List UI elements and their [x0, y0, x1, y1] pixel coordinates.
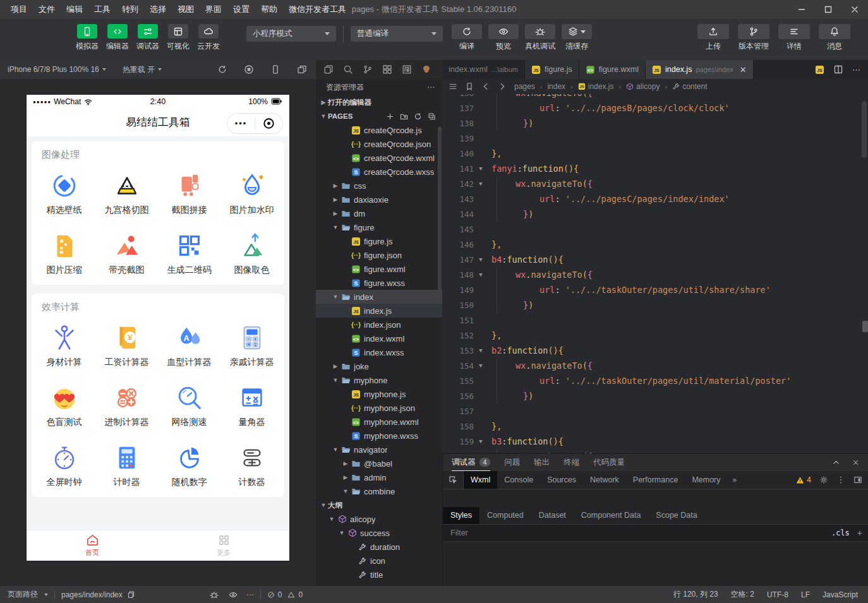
action-详情[interactable]: 详情	[778, 24, 810, 52]
devtools-tab-Console[interactable]: Console	[497, 471, 540, 489]
inspect-element-icon[interactable]	[443, 471, 464, 489]
tool-blood-calc[interactable]: A血型计算器	[158, 323, 220, 368]
breadcrumb-alicopy[interactable]: alicopy	[626, 82, 660, 91]
outline-section[interactable]: ▼ 大纲	[316, 498, 442, 512]
outline-toggle-icon[interactable]	[449, 82, 457, 91]
cls-button[interactable]: .cls	[831, 528, 850, 537]
menu-item-6[interactable]: 视图	[172, 0, 200, 19]
toggle-可视化[interactable]: 可视化	[163, 24, 193, 52]
tab-首页[interactable]: 首页	[27, 530, 158, 561]
language-mode[interactable]: JavaScript	[823, 589, 858, 600]
menu-item-10[interactable]: 微信开发者工具	[283, 0, 352, 19]
problems-indicator[interactable]: 0 0	[267, 590, 303, 599]
record-button[interactable]	[244, 64, 254, 75]
tree-item-createQrcode.wxss[interactable]: ScreateQrcode.wxss	[316, 165, 442, 179]
action-编译[interactable]: 编译	[452, 24, 482, 52]
activity-source-control[interactable]	[363, 64, 373, 75]
tree-item-figure.wxss[interactable]: Sfigure.wxss	[316, 276, 442, 290]
toggle-调试器[interactable]: 调试器	[133, 24, 163, 52]
toggle-云开发[interactable]: 云开发	[193, 24, 224, 52]
warning-count[interactable]: 4	[796, 475, 811, 484]
tool-relative-calc[interactable]: 亲戚计算器	[220, 323, 283, 368]
tool-framed-shot[interactable]: 带壳截图	[95, 231, 158, 276]
styles-tab-Computed[interactable]: Computed	[479, 507, 531, 524]
tree-item-css[interactable]: ▶css	[316, 179, 442, 193]
tree-item-myphone.wxss[interactable]: Smyphone.wxss	[316, 429, 442, 443]
code-editor[interactable]: 136wx.navigateTo({137url: '../../pagesB/…	[442, 94, 868, 453]
breadcrumb-content[interactable]: content	[672, 82, 707, 91]
add-style-button[interactable]: +	[857, 528, 862, 538]
action-上传[interactable]: 上传	[697, 24, 729, 52]
new-folder-button[interactable]	[400, 112, 408, 121]
new-file-button[interactable]	[386, 112, 394, 121]
activity-npm[interactable]	[402, 64, 412, 75]
tree-item-admin[interactable]: ▶admin	[316, 470, 442, 484]
devtools-tab-Network[interactable]: Network	[583, 471, 626, 489]
devtools-menu-icon[interactable]	[836, 475, 845, 484]
more-icon[interactable]: ⋯	[427, 83, 435, 92]
collapse-folders-button[interactable]	[428, 112, 436, 121]
outline-item-title[interactable]: title	[316, 568, 442, 582]
activity-files[interactable]	[323, 64, 334, 75]
more-icon[interactable]: ⋯	[852, 65, 860, 75]
fold-chevron-icon[interactable]: ▼	[474, 362, 488, 369]
toggle-编辑器[interactable]: 编辑器	[102, 24, 133, 52]
detach-window-button[interactable]	[297, 64, 307, 75]
action-预览[interactable]: 预览	[488, 24, 519, 52]
breadcrumb-index[interactable]: index	[547, 82, 565, 91]
styles-tab-Dataset[interactable]: Dataset	[531, 507, 574, 524]
menu-item-2[interactable]: 编辑	[61, 0, 88, 19]
tree-item-createQrcode.json[interactable]: {··}createQrcode.json	[316, 137, 442, 151]
page-path-select[interactable]: 页面路径	[8, 589, 48, 600]
tree-item-index[interactable]: ▼index	[316, 290, 442, 304]
editor-scrollbar[interactable]	[862, 101, 867, 158]
pages-section[interactable]: ▼ PAGES	[316, 109, 442, 123]
capsule-more-button[interactable]: •••	[227, 119, 255, 128]
menu-item-1[interactable]: 文件	[33, 0, 61, 19]
devtools-tab-Sources[interactable]: Sources	[540, 471, 583, 489]
nav-forward-button[interactable]	[498, 82, 507, 91]
tree-item-myphone.js[interactable]: JSmyphone.js	[316, 387, 442, 401]
mode-select[interactable]: 小程序模式	[246, 26, 336, 42]
tree-item-createQrcode.js[interactable]: JScreateQrcode.js	[316, 123, 442, 137]
explorer-scrollbar[interactable]	[438, 126, 442, 297]
tool-grid-cut[interactable]: 九宫格切图	[95, 171, 158, 216]
devtools-tab-Memory[interactable]: Memory	[685, 471, 727, 489]
menu-item-5[interactable]: 选择	[144, 0, 172, 19]
tree-item-daxiaoxie[interactable]: ▶daxiaoxie	[316, 193, 442, 206]
tree-item-myphone[interactable]: ▼myphone	[316, 373, 442, 387]
tree-item-navigator[interactable]: ▼navigator	[316, 443, 442, 457]
js-indicator-icon[interactable]: JS	[815, 65, 824, 75]
fold-chevron-icon[interactable]: ▼	[474, 438, 488, 445]
styles-tab-Component-Data[interactable]: Component Data	[574, 507, 649, 524]
breadcrumb-index.js[interactable]: JSindex.js	[578, 82, 614, 91]
action-消息[interactable]: 消息	[819, 24, 850, 52]
more-tabs-icon[interactable]: »	[728, 475, 742, 484]
tree-item-myphone.json[interactable]: {··}myphone.json	[316, 401, 442, 415]
device-select[interactable]: iPhone 6/7/8 Plus 100% 16	[8, 65, 106, 74]
menu-item-3[interactable]: 工具	[88, 0, 116, 19]
indentation[interactable]: 空格: 2	[731, 589, 754, 600]
tool-compress[interactable]: 图片压缩	[33, 231, 95, 276]
tool-base-calc[interactable]: 进制计算器	[95, 383, 158, 428]
filter-input[interactable]	[449, 528, 755, 538]
styles-tab-Styles[interactable]: Styles	[443, 507, 479, 524]
panel-tab-调试器[interactable]: 调试器4	[452, 454, 490, 471]
tree-item-figure.json[interactable]: {··}figure.json	[316, 248, 442, 262]
panel-tab-代码质量[interactable]: 代码质量	[593, 457, 625, 468]
toggle-模拟器[interactable]: 模拟器	[72, 24, 102, 52]
debug-status-icon[interactable]	[210, 590, 219, 599]
sash-handle[interactable]	[862, 321, 868, 332]
tool-color-pick[interactable]: 图像取色	[220, 231, 283, 276]
devtools-tab-Performance[interactable]: Performance	[626, 471, 685, 489]
breadcrumb-pages[interactable]: pages	[514, 82, 535, 91]
tab-更多[interactable]: 更多	[158, 530, 289, 561]
activity-extensions[interactable]	[382, 64, 392, 75]
encoding[interactable]: UTF-8	[767, 589, 788, 600]
eol[interactable]: LF	[801, 589, 810, 600]
action-清缓存[interactable]: 清缓存	[562, 24, 592, 52]
tree-item-figure.wxml[interactable]: <>figure.wxml	[316, 262, 442, 276]
refresh-explorer-button[interactable]	[414, 112, 422, 121]
tool-salary-calc[interactable]: ¥工资计算器	[95, 323, 158, 368]
tool-random[interactable]: 随机数字	[158, 443, 220, 488]
